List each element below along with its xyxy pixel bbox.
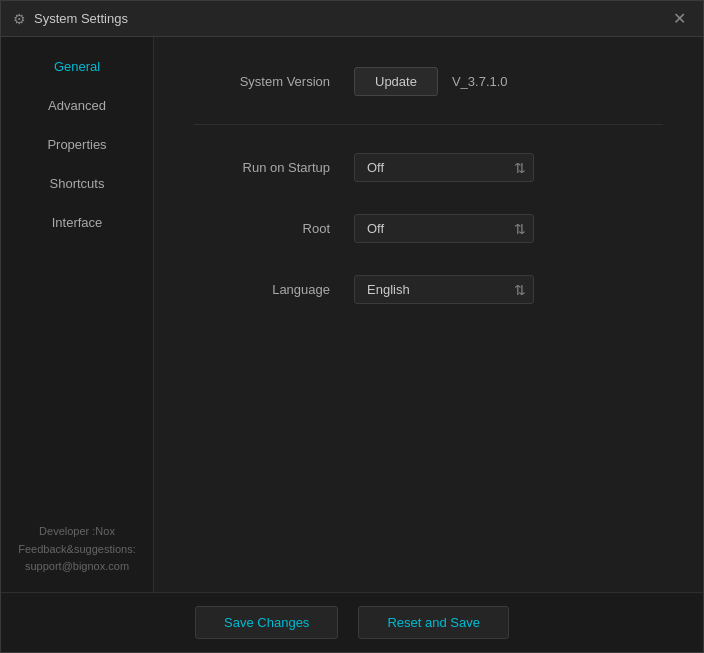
- save-changes-button[interactable]: Save Changes: [195, 606, 338, 639]
- run-on-startup-wrapper: Off On ⇅: [354, 153, 534, 182]
- root-select[interactable]: Off On: [354, 214, 534, 243]
- system-version-control: Update V_3.7.1.0: [354, 67, 508, 96]
- main-content: System Version Update V_3.7.1.0 Run on S…: [154, 37, 703, 592]
- system-settings-window: ⚙ System Settings ✕ General Advanced Pro…: [0, 0, 704, 653]
- run-on-startup-select[interactable]: Off On: [354, 153, 534, 182]
- system-version-row: System Version Update V_3.7.1.0: [194, 67, 663, 96]
- sidebar: General Advanced Properties Shortcuts In…: [1, 37, 154, 592]
- footer: Save Changes Reset and Save: [1, 592, 703, 652]
- language-select[interactable]: English Chinese Japanese Korean: [354, 275, 534, 304]
- feedback-label: Feedback&suggestions:: [17, 541, 137, 559]
- close-button[interactable]: ✕: [667, 7, 691, 31]
- language-label: Language: [194, 282, 354, 297]
- root-label: Root: [194, 221, 354, 236]
- root-row: Root Off On ⇅: [194, 214, 663, 243]
- run-on-startup-control: Off On ⇅: [354, 153, 534, 182]
- sidebar-item-interface[interactable]: Interface: [1, 203, 153, 242]
- run-on-startup-label: Run on Startup: [194, 160, 354, 175]
- sidebar-item-shortcuts[interactable]: Shortcuts: [1, 164, 153, 203]
- divider: [194, 124, 663, 125]
- sidebar-item-advanced[interactable]: Advanced: [1, 86, 153, 125]
- run-on-startup-row: Run on Startup Off On ⇅: [194, 153, 663, 182]
- sidebar-footer: Developer :Nox Feedback&suggestions: sup…: [1, 507, 153, 592]
- titlebar: ⚙ System Settings ✕: [1, 1, 703, 37]
- content-area: General Advanced Properties Shortcuts In…: [1, 37, 703, 592]
- language-control: English Chinese Japanese Korean ⇅: [354, 275, 534, 304]
- update-button[interactable]: Update: [354, 67, 438, 96]
- root-wrapper: Off On ⇅: [354, 214, 534, 243]
- language-wrapper: English Chinese Japanese Korean ⇅: [354, 275, 534, 304]
- language-row: Language English Chinese Japanese Korean…: [194, 275, 663, 304]
- email-label: support@bignox.com: [17, 558, 137, 576]
- system-version-label: System Version: [194, 74, 354, 89]
- sidebar-item-properties[interactable]: Properties: [1, 125, 153, 164]
- developer-label: Developer :Nox: [17, 523, 137, 541]
- settings-icon: ⚙: [13, 11, 26, 27]
- version-text: V_3.7.1.0: [452, 74, 508, 89]
- reset-and-save-button[interactable]: Reset and Save: [358, 606, 509, 639]
- window-title: System Settings: [34, 11, 667, 26]
- sidebar-item-general[interactable]: General: [1, 47, 153, 86]
- root-control: Off On ⇅: [354, 214, 534, 243]
